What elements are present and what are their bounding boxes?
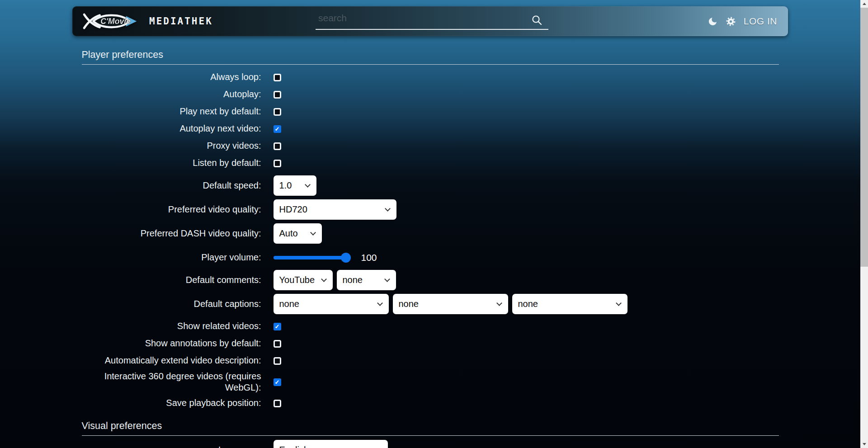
pref-label: Always loop: <box>82 71 261 83</box>
player-volume-value: 100 <box>361 252 377 263</box>
chevron-down-icon <box>616 300 622 306</box>
pref-label: Default comments: <box>82 274 261 286</box>
brand-title: MEDIATHEK <box>149 16 213 27</box>
section-divider <box>82 435 779 436</box>
search-input[interactable] <box>316 11 548 30</box>
pref-row-extend-description: Automatically extend video description: <box>82 352 779 369</box>
settings-page: C'Movie MEDIATHEK LOG I <box>0 6 860 448</box>
comments-primary-select[interactable]: YouTube <box>274 270 333 290</box>
autoplay-next-video-checkbox[interactable] <box>274 125 281 133</box>
pref-label: Player volume: <box>82 252 261 263</box>
pref-row-player-volume: Player volume: 100 <box>82 249 779 266</box>
dash-quality-select[interactable]: Auto <box>274 223 322 244</box>
slider-track <box>274 256 348 259</box>
select-value: HD720 <box>279 204 307 215</box>
pref-row-play-next: Play next by default: <box>82 103 779 120</box>
select-value: Auto <box>279 228 298 239</box>
pref-row-save-position: Save playback position: <box>82 395 779 412</box>
player-volume-slider[interactable] <box>274 253 348 263</box>
video-quality-select[interactable]: HD720 <box>274 199 396 220</box>
navbar: C'Movie MEDIATHEK LOG I <box>72 6 788 36</box>
pref-row-proxy-videos: Proxy videos: <box>82 137 779 155</box>
pref-row-always-loop: Always loop: <box>82 69 779 86</box>
select-value: none <box>343 275 363 285</box>
pref-row-language: Language: English <box>82 440 779 448</box>
pref-row-video-quality: Preferred video quality: HD720 <box>82 199 779 220</box>
chevron-down-icon <box>385 206 391 212</box>
pref-label: Play next by default: <box>82 106 261 117</box>
slider-thumb[interactable] <box>341 253 351 263</box>
language-select[interactable]: English <box>274 440 388 448</box>
pref-label: Default captions: <box>82 298 261 310</box>
pref-row-360-videos: Interactive 360 degree videos (requires … <box>82 369 779 395</box>
preferences-button[interactable] <box>726 16 736 27</box>
pref-label: Show annotations by default: <box>82 338 261 349</box>
pref-label: Show related videos: <box>82 321 261 332</box>
chevron-down-icon <box>496 300 502 306</box>
login-link[interactable]: LOG IN <box>744 16 777 27</box>
play-next-checkbox[interactable] <box>274 108 281 116</box>
pref-row-dash-quality: Preferred DASH video quality: Auto <box>82 223 779 244</box>
pref-label: Listen by default: <box>82 157 261 169</box>
scrollbar-thumb[interactable] <box>860 8 868 267</box>
gear-icon <box>726 16 736 27</box>
pref-row-autoplay-next: Autoplay next video: <box>82 120 779 137</box>
select-value: English <box>279 445 309 448</box>
search-icon[interactable] <box>531 14 543 26</box>
comments-fallback-select[interactable]: none <box>337 270 396 290</box>
brand-area[interactable]: C'Movie MEDIATHEK <box>72 11 213 32</box>
select-value: none <box>279 299 300 309</box>
moon-icon <box>708 16 718 27</box>
logo-text: C'Movie <box>100 17 131 26</box>
dark-mode-toggle[interactable] <box>708 16 718 27</box>
interactive-360-checkbox[interactable] <box>274 378 281 386</box>
pref-row-default-captions: Default captions: none none none <box>82 294 779 314</box>
chevron-down-icon <box>305 182 311 188</box>
autoplay-checkbox[interactable] <box>274 91 281 99</box>
search-bar <box>316 11 548 33</box>
preferences-form: Player preferences Always loop: Autoplay… <box>82 49 779 448</box>
select-value: none <box>518 299 538 309</box>
fish-logo-icon[interactable]: C'Movie <box>81 11 141 32</box>
scroll-down-button[interactable] <box>860 440 868 448</box>
pref-label: Automatically extend video description: <box>82 355 261 366</box>
chevron-down-icon <box>310 230 316 236</box>
section-title-player: Player preferences <box>82 49 779 61</box>
pref-row-autoplay: Autoplay: <box>82 86 779 103</box>
save-playback-position-checkbox[interactable] <box>274 400 281 407</box>
chevron-down-icon <box>376 446 382 448</box>
pref-label: Preferred DASH video quality: <box>82 228 261 239</box>
pref-label: Autoplay next video: <box>82 123 261 134</box>
captions-second-select[interactable]: none <box>393 294 508 314</box>
captions-third-select[interactable]: none <box>512 294 627 314</box>
chevron-down-icon <box>321 276 327 282</box>
navbar-actions: LOG IN <box>708 16 788 27</box>
pref-label: Default speed: <box>82 180 261 191</box>
extend-description-checkbox[interactable] <box>274 357 281 365</box>
captions-first-select[interactable]: none <box>274 294 389 314</box>
pref-label: Interactive 360 degree videos (requires … <box>82 371 261 394</box>
show-related-videos-checkbox[interactable] <box>274 323 281 330</box>
default-speed-select[interactable]: 1.0 <box>274 175 316 196</box>
pref-label: Language: <box>82 444 261 448</box>
always-loop-checkbox[interactable] <box>274 74 281 81</box>
select-value: YouTube <box>279 275 315 285</box>
section-divider <box>82 64 779 65</box>
show-annotations-checkbox[interactable] <box>274 340 281 348</box>
vertical-scrollbar[interactable] <box>860 0 868 448</box>
chevron-down-icon <box>377 300 383 306</box>
pref-label: Autoplay: <box>82 89 261 100</box>
pref-label: Proxy videos: <box>82 140 261 151</box>
pref-row-default-speed: Default speed: 1.0 <box>82 175 779 196</box>
pref-row-annotations: Show annotations by default: <box>82 335 779 352</box>
pref-row-listen-default: Listen by default: <box>82 155 779 172</box>
select-value: none <box>399 299 419 309</box>
listen-by-default-checkbox[interactable] <box>274 160 281 167</box>
pref-row-related-videos: Show related videos: <box>82 318 779 335</box>
chevron-down-icon <box>384 276 390 282</box>
scroll-up-button[interactable] <box>860 0 868 8</box>
section-title-visual: Visual preferences <box>82 420 779 432</box>
proxy-videos-checkbox[interactable] <box>274 142 281 150</box>
select-value: 1.0 <box>279 180 292 191</box>
pref-label: Save playback position: <box>82 397 261 409</box>
